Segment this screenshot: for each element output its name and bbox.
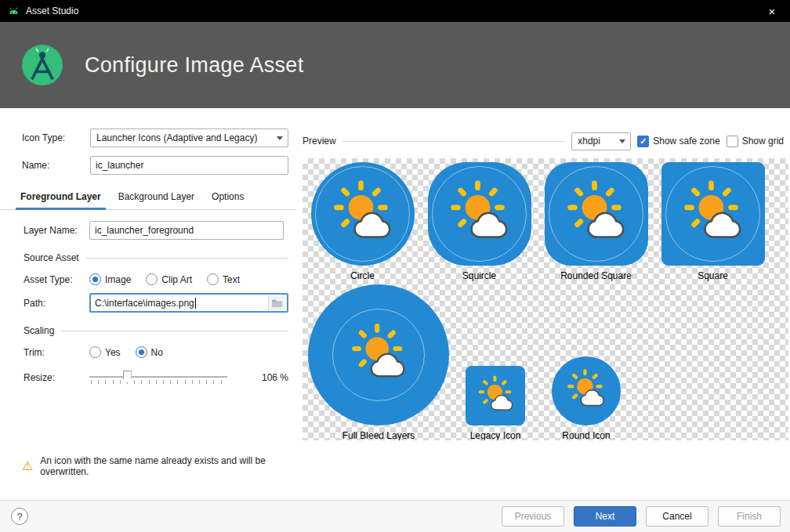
density-select[interactable]: xhdpi xyxy=(571,132,631,150)
text-caret xyxy=(195,298,196,309)
dialog-footer: ? Previous Next Cancel Finish xyxy=(0,500,790,532)
tile-label: Full Bleed Layers xyxy=(342,430,415,440)
warning-message: ⚠ An icon with the same name already exi… xyxy=(22,455,296,477)
tile-label: Square xyxy=(698,270,728,281)
preview-full-bleed: Full Bleed Layers xyxy=(304,284,453,440)
squircle-icon-preview xyxy=(428,162,531,266)
preview-title: Preview xyxy=(303,136,336,147)
source-asset-section-title: Source Asset xyxy=(24,252,79,263)
preview-round: Round Icon xyxy=(545,356,627,440)
android-studio-logo xyxy=(20,43,64,87)
show-safe-zone-checkbox[interactable]: ✓ Show safe zone xyxy=(637,136,719,147)
checkbox-icon xyxy=(727,136,738,147)
page-title: Configure Image Asset xyxy=(85,53,303,78)
chevron-down-icon xyxy=(614,133,630,150)
path-input[interactable]: C:\interface\images.png xyxy=(89,293,288,313)
icon-type-value: Launcher Icons (Adaptive and Legacy) xyxy=(96,132,257,143)
icon-type-label: Icon Type: xyxy=(22,132,90,143)
preview-circle: Circle xyxy=(304,162,421,281)
tile-label: Circle xyxy=(350,270,375,281)
browse-folder-button[interactable] xyxy=(268,295,285,310)
resize-slider[interactable] xyxy=(89,369,227,386)
radio-icon xyxy=(89,273,101,285)
trim-no-radio[interactable]: No xyxy=(136,346,163,358)
show-grid-label: Show grid xyxy=(742,136,784,147)
previous-button: Previous xyxy=(502,506,564,527)
preview-panel: Preview xhdpi ✓ Show safe zone Show grid xyxy=(299,108,788,500)
preview-squircle: Squircle xyxy=(421,162,538,281)
trim-yes-label: Yes xyxy=(105,347,121,358)
layer-name-input[interactable]: ic_launcher_foreground xyxy=(89,221,284,240)
asset-type-clipart-label: Clip Art xyxy=(161,274,192,285)
full-bleed-icon-preview xyxy=(308,284,449,425)
icon-type-select[interactable]: Launcher Icons (Adaptive and Legacy) xyxy=(90,128,288,147)
android-logo-icon xyxy=(8,5,20,17)
layer-tabs: Foreground Layer Background Layer Option… xyxy=(0,188,296,210)
options-panel: Icon Type: Launcher Icons (Adaptive and … xyxy=(0,108,296,500)
checkbox-icon: ✓ xyxy=(637,136,649,147)
tab-background-layer[interactable]: Background Layer xyxy=(114,188,199,210)
folder-icon xyxy=(271,299,283,308)
tile-label: Round Icon xyxy=(562,430,610,440)
name-label: Name: xyxy=(22,160,90,171)
show-safe-zone-label: Show safe zone xyxy=(653,136,719,147)
trim-label: Trim: xyxy=(24,347,89,358)
legacy-icon-preview xyxy=(466,366,525,425)
asset-type-text-radio[interactable]: Text xyxy=(207,273,240,285)
show-grid-checkbox[interactable]: Show grid xyxy=(727,136,784,147)
radio-icon xyxy=(89,346,101,358)
window-titlebar: Asset Studio × xyxy=(0,0,790,22)
section-divider xyxy=(61,331,288,331)
trim-no-label: No xyxy=(151,347,163,358)
slider-ticks xyxy=(91,380,227,384)
tile-label: Rounded Square xyxy=(560,270,632,281)
preview-square: Square xyxy=(654,162,771,281)
asset-type-image-radio[interactable]: Image xyxy=(89,273,131,285)
close-icon[interactable]: × xyxy=(754,0,790,22)
layer-name-value: ic_launcher_foreground xyxy=(95,225,194,236)
radio-icon xyxy=(146,273,158,285)
path-label: Path: xyxy=(24,298,89,309)
radio-icon xyxy=(207,273,219,285)
help-button[interactable]: ? xyxy=(11,508,28,525)
tab-foreground-layer[interactable]: Foreground Layer xyxy=(16,188,106,210)
preview-legacy: Legacy Icon xyxy=(458,366,533,440)
resize-label: Resize: xyxy=(24,372,89,383)
asset-type-label: Asset Type: xyxy=(24,274,89,285)
tile-label: Squircle xyxy=(462,270,496,281)
name-input[interactable]: ic_launcher xyxy=(90,156,288,175)
window-title: Asset Studio xyxy=(26,5,78,16)
preview-divider xyxy=(342,141,566,142)
warning-icon: ⚠ xyxy=(22,460,33,472)
scaling-section-title: Scaling xyxy=(24,325,54,336)
rounded-square-icon-preview xyxy=(545,162,648,266)
asset-type-image-label: Image xyxy=(105,274,131,285)
cancel-button[interactable]: Cancel xyxy=(646,506,708,527)
dialog-content: Icon Type: Launcher Icons (Adaptive and … xyxy=(0,108,790,500)
tab-options[interactable]: Options xyxy=(207,188,248,210)
layer-name-label: Layer Name: xyxy=(24,225,89,236)
round-icon-preview xyxy=(552,356,621,425)
finish-button: Finish xyxy=(718,506,781,527)
preview-rounded-square: Rounded Square xyxy=(538,162,654,281)
trim-yes-radio[interactable]: Yes xyxy=(89,346,121,358)
name-value: ic_launcher xyxy=(96,160,143,171)
chevron-down-icon xyxy=(272,129,288,147)
next-button[interactable]: Next xyxy=(574,506,636,527)
path-value: C:\interface\images.png xyxy=(95,298,194,309)
resize-value: 106 % xyxy=(262,372,288,383)
section-divider xyxy=(86,258,288,259)
radio-icon xyxy=(136,346,147,358)
slider-track[interactable] xyxy=(89,376,227,378)
wizard-header: Configure Image Asset xyxy=(0,22,790,108)
circle-icon-preview xyxy=(311,162,415,266)
tile-label: Legacy Icon xyxy=(470,430,521,440)
asset-type-text-label: Text xyxy=(223,274,240,285)
warning-text: An icon with the same name already exist… xyxy=(40,455,296,477)
preview-canvas: Circle Squircle Rounded Square xyxy=(303,158,788,440)
asset-type-clipart-radio[interactable]: Clip Art xyxy=(146,273,192,285)
density-value: xhdpi xyxy=(578,136,600,147)
square-icon-preview xyxy=(661,162,765,266)
